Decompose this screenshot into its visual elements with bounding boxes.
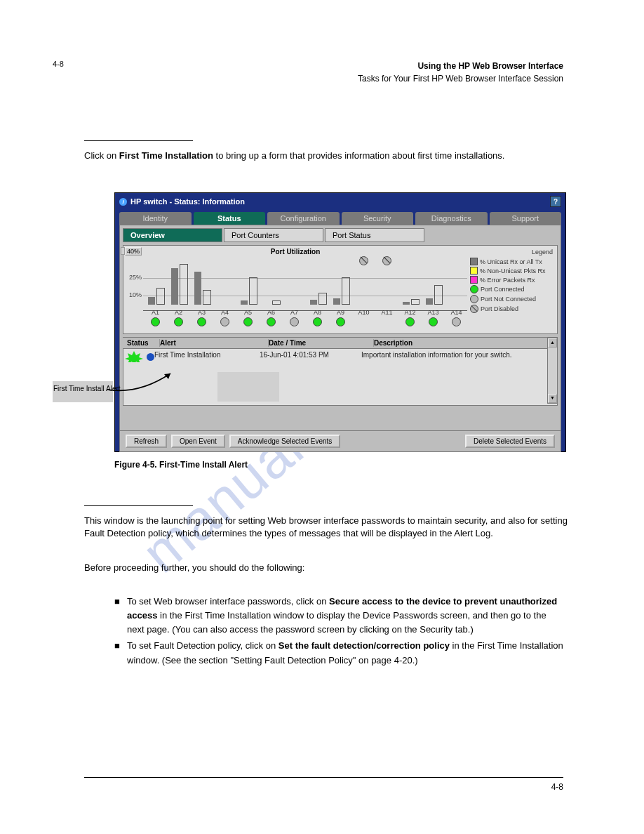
bar-gray bbox=[194, 272, 201, 305]
b2-prefix: To set Fault Detection policy, click on bbox=[127, 640, 279, 651]
vertical-scrollbar[interactable]: ▲ ▼ bbox=[547, 338, 558, 404]
port-led-icon bbox=[336, 317, 345, 326]
legend-row: % Unicast Rx or All Tx bbox=[470, 258, 554, 265]
sub-tab-strip: Overview Port Counters Port Status bbox=[120, 225, 561, 242]
port-label: A1 bbox=[145, 309, 166, 316]
page-number-bottom: 4-8 bbox=[551, 782, 563, 792]
bar-outline bbox=[203, 290, 211, 305]
legend-label: % Error Packets Rx bbox=[480, 277, 535, 284]
legend-row: % Non-Unicast Pkts Rx bbox=[470, 267, 554, 274]
legend-row: Port Not Connected bbox=[470, 295, 554, 303]
alert-datetime: 16-Jun-01 4:01:53 PM bbox=[260, 351, 361, 362]
port-led-icon bbox=[452, 317, 461, 326]
refresh-button[interactable]: Refresh bbox=[126, 435, 167, 448]
app-titlebar: i HP switch - Status: Information ? bbox=[115, 193, 565, 210]
info-icon: i bbox=[119, 198, 127, 206]
bar-gray bbox=[426, 298, 433, 305]
bar-gray bbox=[241, 300, 248, 305]
scroll-down-icon[interactable]: ▼ bbox=[548, 394, 557, 403]
new-badge-icon bbox=[125, 351, 143, 361]
section-divider-top bbox=[84, 140, 193, 141]
port-led-icon bbox=[290, 317, 299, 326]
tab-configuration[interactable]: Configuration bbox=[267, 212, 340, 225]
port-label: A8 bbox=[307, 309, 328, 316]
acknowledge-button[interactable]: Acknowledge Selected Events bbox=[229, 435, 341, 448]
port-col-A13: A13 bbox=[422, 258, 444, 328]
tab-diagnostics[interactable]: Diagnostics bbox=[415, 212, 488, 225]
port-led-icon bbox=[382, 256, 391, 265]
tab-support[interactable]: Support bbox=[490, 212, 562, 225]
legend-box: Legend % Unicast Rx or All Tx% Non-Unica… bbox=[467, 246, 557, 333]
help-button[interactable]: ? bbox=[550, 196, 561, 207]
bar-outline bbox=[272, 300, 281, 305]
tab-security[interactable]: Security bbox=[342, 212, 414, 225]
port-utilization-chart: 40% Port Utilization 25% 10% A1A2A3A4A5A… bbox=[123, 245, 558, 334]
col-datetime: Date / Time bbox=[269, 339, 374, 347]
callout-label-first-time: First Time Install Alert bbox=[53, 385, 121, 393]
bullet-list: ■ To set Web browser interface passwords… bbox=[114, 595, 563, 670]
sub-tab-port-counters[interactable]: Port Counters bbox=[224, 228, 323, 242]
figure-caption: Figure 4-5. First-Time Install Alert bbox=[114, 460, 248, 470]
bar-outline bbox=[156, 288, 165, 305]
bar-outline bbox=[342, 277, 350, 305]
footer: 4-8 bbox=[84, 777, 563, 792]
legend-row: % Error Packets Rx bbox=[470, 276, 554, 284]
bullet-icon: ■ bbox=[114, 595, 127, 637]
app-window: i HP switch - Status: Information ? Iden… bbox=[114, 192, 566, 452]
delete-events-button[interactable]: Delete Selected Events bbox=[465, 435, 555, 448]
port-col-A6: A6 bbox=[260, 258, 282, 328]
b1-suffix: in the First Time Installation window to… bbox=[127, 610, 546, 635]
port-col-A5: A5 bbox=[237, 258, 259, 328]
open-event-button[interactable]: Open Event bbox=[171, 435, 225, 448]
bar-outline bbox=[180, 264, 188, 305]
button-row: Refresh Open Event Acknowledge Selected … bbox=[120, 430, 561, 451]
port-col-A10: A10 bbox=[353, 258, 375, 328]
legend-swatch-icon bbox=[470, 267, 478, 274]
port-col-A14: A14 bbox=[445, 258, 467, 328]
port-label: A12 bbox=[399, 309, 421, 316]
sub-tab-port-status[interactable]: Port Status bbox=[325, 228, 424, 242]
alert-log-body: First Time Installation 16-Jun-01 4:01:5… bbox=[123, 348, 558, 406]
b1-prefix: To set Web browser interface passwords, … bbox=[127, 596, 329, 607]
sub-tab-overview[interactable]: Overview bbox=[123, 228, 222, 242]
page-number-top: 4-8 bbox=[53, 60, 64, 68]
paragraph-2: This window is the launching point for s… bbox=[84, 515, 575, 540]
y-label-25: 25% bbox=[129, 274, 142, 281]
port-label: A7 bbox=[283, 309, 305, 316]
bar-outline bbox=[249, 277, 257, 305]
port-col-A3: A3 bbox=[191, 258, 213, 328]
alert-description: Important installation information for y… bbox=[361, 351, 556, 362]
p2-pre: This window is the launching point for s… bbox=[84, 515, 568, 538]
port-led-icon bbox=[220, 317, 229, 326]
intro-paragraph: Click on First Time Installation to brin… bbox=[84, 150, 575, 162]
y-scale-button[interactable]: 40% bbox=[125, 247, 142, 256]
port-led-icon bbox=[243, 317, 253, 326]
legend-label: Port Connected bbox=[481, 286, 525, 293]
port-label: A10 bbox=[353, 309, 375, 316]
port-led-icon bbox=[359, 256, 368, 265]
tab-status[interactable]: Status bbox=[194, 212, 266, 225]
p2-post: . bbox=[490, 528, 493, 538]
port-label: A4 bbox=[214, 309, 236, 316]
port-col-A7: A7 bbox=[283, 258, 305, 328]
bar-outline bbox=[434, 285, 443, 305]
alert-row-first-time[interactable]: First Time Installation 16-Jun-01 4:01:5… bbox=[123, 349, 557, 364]
port-led-icon bbox=[405, 317, 415, 326]
section-divider-2 bbox=[84, 505, 193, 506]
legend-label: % Unicast Rx or All Tx bbox=[480, 258, 542, 265]
port-col-A9: A9 bbox=[330, 258, 351, 328]
bar-gray bbox=[333, 298, 340, 305]
bullet-2: ■ To set Fault Detection policy, click o… bbox=[114, 639, 563, 667]
tab-identity[interactable]: Identity bbox=[119, 212, 192, 225]
legend-swatch-icon bbox=[470, 258, 478, 265]
port-label: A13 bbox=[422, 309, 444, 316]
legend-swatch-icon bbox=[470, 285, 478, 293]
legend-label: % Non-Unicast Pkts Rx bbox=[480, 267, 546, 274]
port-col-A1: A1 bbox=[145, 258, 166, 328]
bar-outline bbox=[411, 299, 420, 305]
legend-swatch-icon bbox=[470, 295, 478, 303]
port-label: A9 bbox=[330, 309, 351, 316]
status-panel: Overview Port Counters Port Status 40% P… bbox=[119, 225, 561, 452]
port-label: A6 bbox=[260, 309, 282, 316]
scroll-up-icon[interactable]: ▲ bbox=[548, 338, 557, 348]
